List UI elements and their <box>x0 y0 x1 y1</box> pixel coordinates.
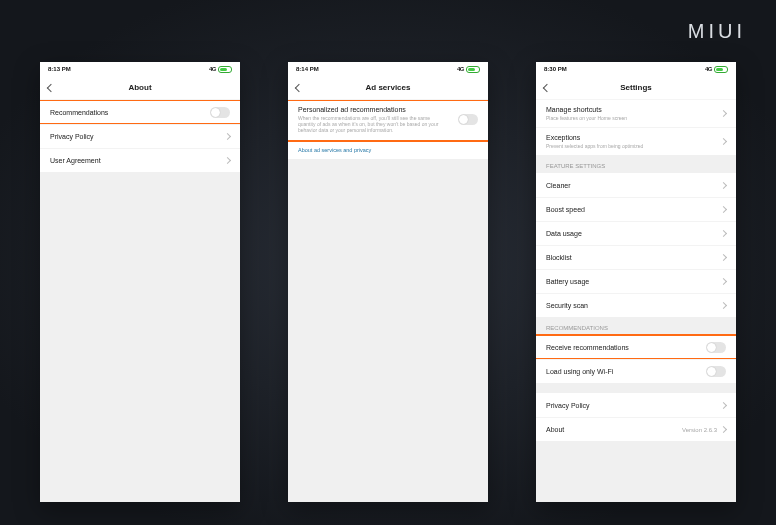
chevron-left-icon <box>295 83 303 91</box>
row-label: Data usage <box>546 230 582 237</box>
row-personalized-ads[interactable]: Personalized ad recommendations When the… <box>288 100 488 141</box>
phones-row: 8:13 PM 4G About Recommendations Privacy… <box>0 62 776 502</box>
row-subtitle: Place features on your Home screen <box>546 115 627 121</box>
chevron-right-icon <box>720 138 727 145</box>
row-label: Privacy Policy <box>50 133 94 140</box>
battery-icon <box>466 66 480 73</box>
row-about[interactable]: About Version 2.6.3 <box>536 417 736 441</box>
row-label: Manage shortcuts <box>546 106 627 113</box>
row-label: Privacy Policy <box>546 402 590 409</box>
row-label: Blocklist <box>546 254 572 261</box>
status-bar: 8:30 PM 4G <box>536 62 736 76</box>
toggle-recommendations[interactable] <box>210 107 230 118</box>
row-label: Personalized ad recommendations <box>298 106 443 113</box>
brand-logo: MIUI <box>688 20 746 43</box>
page-title: About <box>128 83 151 92</box>
row-label: About <box>546 426 564 433</box>
about-version: Version 2.6.3 <box>682 427 717 433</box>
status-bar: 8:14 PM 4G <box>288 62 488 76</box>
chevron-right-icon <box>720 206 727 213</box>
row-blocklist[interactable]: Blocklist <box>536 245 736 269</box>
row-boost-speed[interactable]: Boost speed <box>536 197 736 221</box>
row-label: Security scan <box>546 302 588 309</box>
row-label: Boost speed <box>546 206 585 213</box>
battery-icon <box>218 66 232 73</box>
row-label: Exceptions <box>546 134 643 141</box>
row-label: Receive recommendations <box>546 344 629 351</box>
status-time: 8:30 PM <box>544 66 567 72</box>
row-exceptions[interactable]: Exceptions Prevent selected apps from be… <box>536 127 736 155</box>
row-battery-usage[interactable]: Battery usage <box>536 269 736 293</box>
title-bar: Ad services <box>288 76 488 100</box>
title-bar: About <box>40 76 240 100</box>
chevron-right-icon <box>224 133 231 140</box>
chevron-right-icon <box>720 110 727 117</box>
row-wifi-only[interactable]: Load using only Wi-Fi <box>536 359 736 383</box>
status-bar: 8:13 PM 4G <box>40 62 240 76</box>
phone-about: 8:13 PM 4G About Recommendations Privacy… <box>40 62 240 502</box>
chevron-right-icon <box>720 278 727 285</box>
chevron-right-icon <box>720 401 727 408</box>
page-title: Ad services <box>366 83 411 92</box>
title-bar: Settings <box>536 76 736 100</box>
row-receive-recommendations[interactable]: Receive recommendations <box>536 335 736 359</box>
row-manage-shortcuts[interactable]: Manage shortcuts Place features on your … <box>536 100 736 127</box>
phone-ad-services: 8:14 PM 4G Ad services Personalized ad r… <box>288 62 488 502</box>
signal-label: 4G <box>705 66 712 72</box>
signal-label: 4G <box>209 66 216 72</box>
back-button[interactable] <box>48 76 54 99</box>
phone-settings: 8:30 PM 4G Settings Manage shortcuts Pla… <box>536 62 736 502</box>
chevron-left-icon <box>543 83 551 91</box>
back-button[interactable] <box>296 76 302 99</box>
chevron-right-icon <box>720 426 727 433</box>
row-label: User Agreement <box>50 157 101 164</box>
chevron-right-icon <box>720 181 727 188</box>
row-cleaner[interactable]: Cleaner <box>536 173 736 197</box>
toggle-wifi-only[interactable] <box>706 366 726 377</box>
row-privacy[interactable]: Privacy Policy <box>40 124 240 148</box>
page-title: Settings <box>620 83 652 92</box>
toggle-receive-recommendations[interactable] <box>706 342 726 353</box>
row-privacy-policy[interactable]: Privacy Policy <box>536 393 736 417</box>
signal-label: 4G <box>457 66 464 72</box>
row-label: Load using only Wi-Fi <box>546 368 613 375</box>
row-subtitle: Prevent selected apps from being optimiz… <box>546 143 643 149</box>
status-time: 8:14 PM <box>296 66 319 72</box>
row-data-usage[interactable]: Data usage <box>536 221 736 245</box>
section-feature-settings: FEATURE SETTINGS <box>536 155 736 173</box>
chevron-right-icon <box>224 157 231 164</box>
section-recommendations: RECOMMENDATIONS <box>536 317 736 335</box>
chevron-left-icon <box>47 83 55 91</box>
chevron-right-icon <box>720 230 727 237</box>
back-button[interactable] <box>544 76 550 99</box>
battery-icon <box>714 66 728 73</box>
row-subtitle: When the recommendations are off, you'll… <box>298 115 443 133</box>
chevron-right-icon <box>720 302 727 309</box>
link-ad-privacy[interactable]: About ad services and privacy <box>288 141 488 159</box>
chevron-right-icon <box>720 254 727 261</box>
toggle-personalized-ads[interactable] <box>458 114 478 125</box>
row-security-scan[interactable]: Security scan <box>536 293 736 317</box>
row-label: Battery usage <box>546 278 589 285</box>
row-label: Recommendations <box>50 109 108 116</box>
row-recommendations[interactable]: Recommendations <box>40 100 240 124</box>
row-label: Cleaner <box>546 182 571 189</box>
status-time: 8:13 PM <box>48 66 71 72</box>
row-agreement[interactable]: User Agreement <box>40 148 240 172</box>
